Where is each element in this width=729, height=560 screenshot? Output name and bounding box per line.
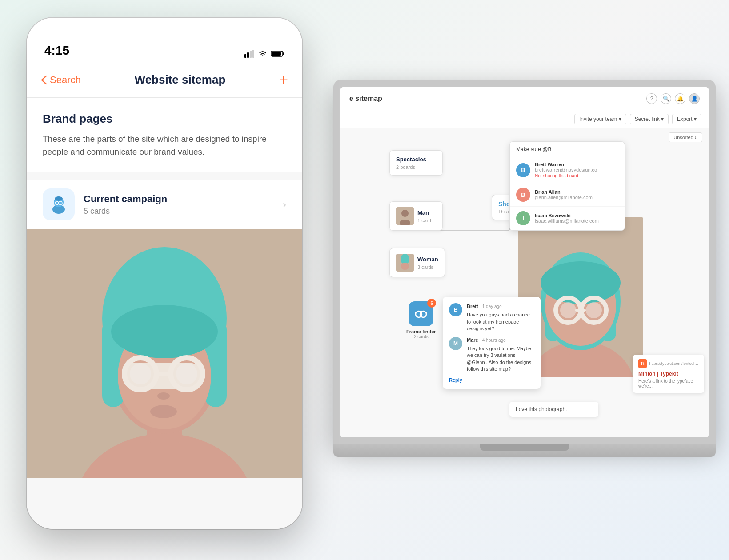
svg-point-55 [586, 302, 602, 318]
svg-rect-0 [244, 54, 246, 58]
svg-point-22 [111, 305, 218, 358]
svg-rect-6 [272, 52, 281, 56]
frame-finder-container[interactable]: 6 Frame finder 2 cards [406, 301, 436, 339]
marc-comment-header: Marc 4 hours ago [467, 337, 534, 344]
woman-sub: 3 cards [417, 264, 438, 270]
man-sub: 1 card [417, 218, 431, 223]
marc-comment-row: M Marc 4 hours ago They look good to me.… [449, 337, 534, 373]
comment-popup: B Brett 1 day ago Have you guys had a ch… [443, 297, 541, 389]
brett-comment-row: B Brett 1 day ago Have you guys had a ch… [449, 303, 534, 332]
phone-frame: 4:15 [27, 18, 302, 529]
woman-card[interactable]: Woman 3 cards [389, 248, 445, 277]
brett-comment-content: Brett 1 day ago Have you guys had a chan… [467, 303, 534, 332]
isaac-bezowski-email: isaac.williams@milanote.com [535, 218, 599, 224]
user-icon[interactable]: 👤 [689, 93, 700, 104]
laptop-app-title: e sitemap [349, 95, 382, 103]
phone-device: 4:15 [27, 18, 320, 542]
svg-rect-2 [250, 51, 252, 58]
battery-icon [271, 50, 284, 57]
phone-time: 4:15 [44, 44, 69, 58]
brett-warren-info: Brett Warren brett.warren@navydesign.co … [535, 162, 597, 178]
brett-comment-header: Brett 1 day ago [467, 303, 534, 310]
isaac-bezowski-avatar: I [516, 211, 530, 225]
marc-comment-avatar: M [449, 337, 462, 350]
man-card[interactable]: Man 1 card [389, 201, 443, 231]
frame-finder-icon: 6 [409, 301, 433, 326]
brand-pages-section: Brand pages These are the parts of the s… [27, 98, 302, 172]
help-icon[interactable]: ? [646, 93, 657, 104]
mention-brian-allan[interactable]: B Brian Allan glenn.allen@milanote.com [510, 183, 625, 207]
woman-illustration [27, 229, 302, 478]
woman-title: Woman [417, 256, 438, 263]
brand-pages-description: These are the parts of the site which ar… [43, 133, 286, 158]
chevron-right-icon: › [283, 198, 286, 211]
typekit-url: https://typekit.com/fontcollec... [649, 361, 699, 366]
chevron-left-icon [41, 75, 47, 85]
mention-dropdown[interactable]: Make sure @B B Brett Warren brett.warren… [509, 141, 625, 231]
campaign-count: 5 cards [84, 207, 274, 216]
typekit-desc: Here's a link to the typeface we're... [638, 379, 699, 388]
brian-allan-info: Brian Allan glenn.allen@milanote.com [535, 189, 593, 200]
spectacles-card[interactable]: Spectacles 2 boards [389, 150, 443, 176]
phone-content: Brand pages These are the parts of the s… [27, 98, 302, 529]
svg-rect-57 [575, 309, 586, 312]
campaign-info: Current campaign 5 cards [84, 193, 274, 216]
svg-point-43 [401, 263, 409, 270]
campaign-avatar [43, 188, 75, 220]
brett-comment-text: Have you guys had a chance to look at my… [467, 312, 534, 332]
svg-rect-3 [252, 50, 254, 58]
mention-isaac-bezowski[interactable]: I Isaac Bezowski isaac.williams@milanote… [510, 207, 625, 230]
unsorted-badge: Unsorted 0 [669, 132, 702, 142]
typekit-title: Minion | Typekit [638, 371, 699, 377]
mention-brett-warren[interactable]: B Brett Warren brett.warren@navydesign.c… [510, 157, 625, 183]
typekit-card[interactable]: Tt https://typekit.com/fontcollec... Min… [633, 355, 704, 393]
laptop-base [333, 444, 716, 457]
svg-point-29 [157, 392, 170, 400]
phone-back-button[interactable]: Search [41, 74, 81, 86]
svg-point-25 [130, 363, 151, 384]
signal-icon [244, 50, 254, 58]
export-button[interactable]: Export ▾ [672, 114, 701, 124]
phone-woman-photo [27, 229, 302, 478]
phone-title: Website sitemap [135, 73, 226, 87]
brian-allan-name: Brian Allan [535, 189, 593, 195]
man-title: Man [417, 209, 431, 216]
brian-allan-avatar: B [516, 188, 530, 202]
svg-point-39 [401, 210, 409, 217]
campaign-title: Current campaign [84, 193, 274, 205]
laptop-base-notch [480, 444, 569, 451]
phone-nav-bar: Search Website sitemap + [27, 62, 302, 98]
svg-point-13 [55, 196, 63, 201]
svg-rect-1 [247, 52, 249, 58]
spectacles-title: Spectacles [396, 156, 436, 163]
svg-rect-5 [283, 52, 284, 55]
svg-point-53 [560, 302, 576, 318]
typekit-header: Tt https://typekit.com/fontcollec... [638, 359, 699, 368]
laptop-device: e sitemap ? 🔍 🔔 👤 Invite your team ▾ Sec… [333, 80, 716, 480]
brian-allan-email: glenn.allen@milanote.com [535, 195, 593, 200]
phone-status-bar: 4:15 [27, 18, 302, 62]
brett-warren-name: Brett Warren [535, 162, 597, 167]
secret-link-button[interactable]: Secret link ▾ [630, 114, 669, 124]
frame-finder-sub: 2 cards [406, 334, 436, 339]
reply-button[interactable]: Reply [449, 377, 534, 383]
isaac-bezowski-name: Isaac Bezowski [535, 213, 599, 218]
frame-finder-badge: 6 [427, 299, 436, 308]
invite-team-button[interactable]: Invite your team ▾ [574, 114, 626, 124]
search-icon[interactable]: 🔍 [661, 93, 671, 104]
marc-comment-content: Marc 4 hours ago They look good to me. M… [467, 337, 534, 373]
mention-header-text: Make sure @B [510, 142, 625, 157]
svg-point-27 [176, 363, 197, 384]
marc-comment-text: They look good to me. Maybe we can try 3… [467, 345, 534, 373]
laptop-toolbar: Invite your team ▾ Secret link ▾ Export … [340, 110, 709, 128]
section-divider [27, 172, 302, 180]
svg-point-30 [150, 405, 177, 418]
phone-add-button[interactable]: + [279, 71, 288, 88]
frame-finder-title: Frame finder [406, 329, 436, 334]
bell-icon[interactable]: 🔔 [675, 93, 685, 104]
laptop-frame: e sitemap ? 🔍 🔔 👤 Invite your team ▾ Sec… [333, 80, 716, 444]
current-campaign-item[interactable]: Current campaign 5 cards › [27, 180, 302, 229]
isaac-bezowski-info: Isaac Bezowski isaac.williams@milanote.c… [535, 213, 599, 224]
phone-status-icons [244, 50, 284, 58]
brett-warren-note: Not sharing this board [535, 173, 597, 178]
